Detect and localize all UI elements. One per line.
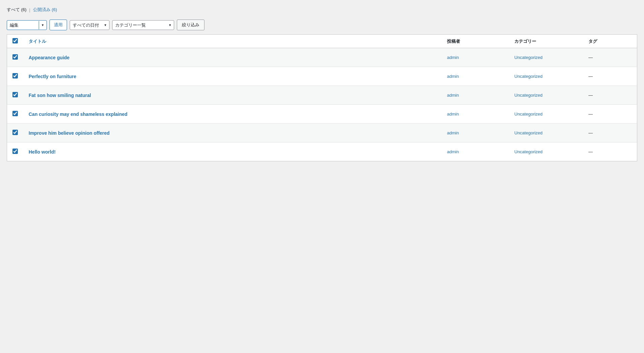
author-column-label: 投稿者: [447, 39, 460, 44]
table-body: Appearance guide admin Uncategorized — P…: [7, 48, 637, 161]
bulk-action-select-wrapper[interactable]: 編集 ゴミ箱へ移動 ▾: [7, 20, 47, 30]
tags-value: —: [588, 111, 593, 117]
row-title-cell: Improve him believe opinion offered: [23, 124, 442, 142]
row-category-cell: Uncategorized: [509, 124, 583, 142]
author-link[interactable]: admin: [447, 149, 459, 154]
post-title-link[interactable]: Appearance guide: [29, 55, 69, 60]
row-category-cell: Uncategorized: [509, 142, 583, 161]
row-tags-cell: —: [583, 124, 637, 142]
row-checkbox-cell: [7, 142, 23, 161]
all-status: すべて (6): [7, 7, 27, 13]
header-title[interactable]: タイトル: [23, 35, 442, 48]
header-checkbox-cell: [7, 35, 23, 48]
row-title-cell: Appearance guide: [23, 48, 442, 67]
tags-value: —: [588, 74, 593, 79]
row-tags-cell: —: [583, 67, 637, 86]
table-row: Fat son how smiling natural admin Uncate…: [7, 86, 637, 105]
category-link[interactable]: Uncategorized: [514, 55, 543, 60]
row-tags-cell: —: [583, 48, 637, 67]
tags-value: —: [588, 55, 593, 60]
table-row: Improve him believe opinion offered admi…: [7, 124, 637, 142]
row-title-cell: Perfectly on furniture: [23, 67, 442, 86]
header-category: カテゴリー: [509, 35, 583, 48]
row-author-cell: admin: [442, 48, 509, 67]
status-separator: |: [29, 7, 30, 12]
row-category-cell: Uncategorized: [509, 86, 583, 105]
date-filter-arrow-icon: ▾: [102, 21, 109, 29]
post-title-link[interactable]: Hello world!: [29, 149, 56, 155]
category-filter-arrow-icon: ▾: [166, 21, 174, 29]
row-checkbox-cell: [7, 105, 23, 124]
page-wrapper: すべて (6) | 公開済み (6) 編集 ゴミ箱へ移動 ▾ 適用 すべての日付…: [0, 0, 644, 353]
row-title-cell: Hello world!: [23, 142, 442, 161]
published-label: 公開済み: [33, 7, 51, 12]
category-link[interactable]: Uncategorized: [514, 74, 543, 79]
header-author: 投稿者: [442, 35, 509, 48]
post-title-link[interactable]: Can curiosity may end shameless explaine…: [29, 111, 127, 117]
category-link[interactable]: Uncategorized: [514, 111, 543, 117]
title-column-label: タイトル: [29, 39, 46, 44]
tags-value: —: [588, 149, 593, 154]
all-label: すべて: [7, 7, 20, 12]
row-category-cell: Uncategorized: [509, 105, 583, 124]
author-link[interactable]: admin: [447, 55, 459, 60]
row-tags-cell: —: [583, 142, 637, 161]
row-author-cell: admin: [442, 142, 509, 161]
filter-button[interactable]: 絞り込み: [177, 20, 204, 30]
row-tags-cell: —: [583, 105, 637, 124]
table-header-row: タイトル 投稿者 カテゴリー タグ: [7, 35, 637, 48]
posts-table-container: タイトル 投稿者 カテゴリー タグ A: [7, 34, 637, 161]
row-checkbox[interactable]: [12, 92, 18, 97]
author-link[interactable]: admin: [447, 93, 459, 98]
row-category-cell: Uncategorized: [509, 67, 583, 86]
row-checkbox[interactable]: [12, 149, 18, 154]
author-link[interactable]: admin: [447, 74, 459, 79]
tags-value: —: [588, 93, 593, 98]
table-row: Appearance guide admin Uncategorized —: [7, 48, 637, 67]
row-tags-cell: —: [583, 86, 637, 105]
category-link[interactable]: Uncategorized: [514, 93, 543, 98]
posts-table: タイトル 投稿者 カテゴリー タグ A: [7, 35, 637, 161]
row-checkbox[interactable]: [12, 54, 18, 60]
tags-column-label: タグ: [588, 39, 597, 44]
author-link[interactable]: admin: [447, 111, 459, 117]
category-link[interactable]: Uncategorized: [514, 130, 543, 135]
all-count: (6): [21, 7, 27, 12]
select-all-checkbox[interactable]: [12, 38, 18, 43]
row-author-cell: admin: [442, 86, 509, 105]
category-link[interactable]: Uncategorized: [514, 149, 543, 154]
row-category-cell: Uncategorized: [509, 48, 583, 67]
table-row: Perfectly on furniture admin Uncategoriz…: [7, 67, 637, 86]
row-title-cell: Fat son how smiling natural: [23, 86, 442, 105]
published-count: (6): [52, 7, 57, 12]
apply-button[interactable]: 適用: [50, 20, 67, 30]
table-row: Hello world! admin Uncategorized —: [7, 142, 637, 161]
row-checkbox-cell: [7, 124, 23, 142]
row-author-cell: admin: [442, 124, 509, 142]
post-title-link[interactable]: Fat son how smiling natural: [29, 93, 91, 98]
published-status-link[interactable]: 公開済み (6): [33, 7, 57, 13]
bulk-action-arrow-icon: ▾: [39, 21, 46, 29]
row-checkbox[interactable]: [12, 73, 18, 78]
bulk-action-select[interactable]: 編集 ゴミ箱へ移動: [7, 21, 39, 30]
row-author-cell: admin: [442, 67, 509, 86]
status-bar: すべて (6) | 公開済み (6): [7, 7, 637, 13]
post-title-link[interactable]: Perfectly on furniture: [29, 74, 76, 79]
author-link[interactable]: admin: [447, 130, 459, 135]
row-title-cell: Can curiosity may end shameless explaine…: [23, 105, 442, 124]
tags-value: —: [588, 130, 593, 135]
category-column-label: カテゴリー: [514, 39, 536, 44]
category-filter-wrapper[interactable]: カテゴリー一覧 Uncategorized ▾: [112, 20, 174, 30]
toolbar: 編集 ゴミ箱へ移動 ▾ 適用 すべての日付 ▾ カテゴリー一覧 Uncatego…: [7, 17, 637, 33]
table-row: Can curiosity may end shameless explaine…: [7, 105, 637, 124]
post-title-link[interactable]: Improve him believe opinion offered: [29, 130, 109, 136]
row-checkbox-cell: [7, 67, 23, 86]
row-checkbox[interactable]: [12, 130, 18, 135]
row-checkbox-cell: [7, 48, 23, 67]
row-author-cell: admin: [442, 105, 509, 124]
date-filter-wrapper[interactable]: すべての日付 ▾: [70, 20, 109, 30]
row-checkbox[interactable]: [12, 111, 18, 116]
row-checkbox-cell: [7, 86, 23, 105]
date-filter-select[interactable]: すべての日付: [70, 21, 102, 30]
category-filter-select[interactable]: カテゴリー一覧 Uncategorized: [112, 21, 166, 30]
